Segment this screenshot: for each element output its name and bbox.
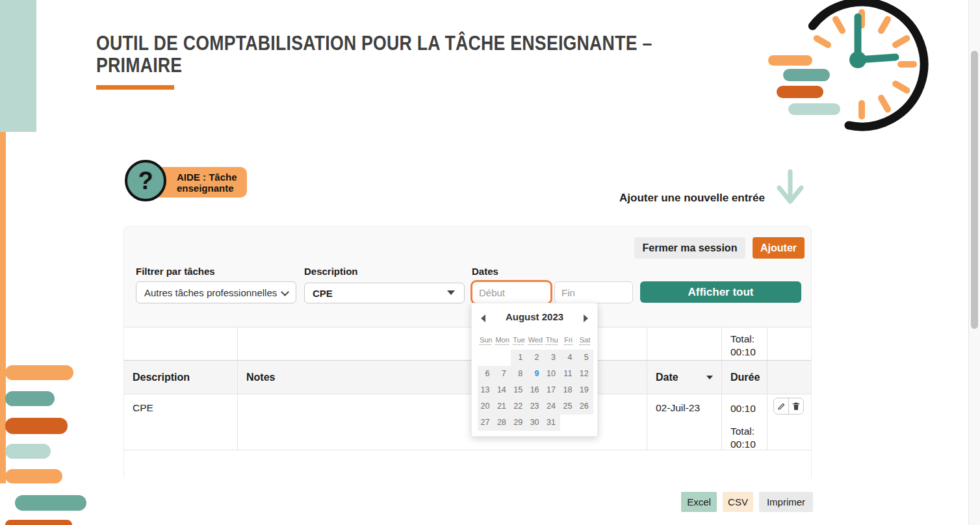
dates-label: Dates — [472, 266, 498, 277]
next-month-icon[interactable] — [584, 314, 588, 322]
calendar-day-4[interactable]: 4 — [560, 350, 576, 366]
print-button[interactable]: Imprimer — [759, 492, 813, 512]
delete-button[interactable] — [788, 398, 804, 415]
column-header-description: Description — [124, 361, 238, 394]
calendar-day-9[interactable]: 9 — [527, 366, 543, 382]
calendar-day-22[interactable]: 22 — [511, 398, 527, 415]
add-entry-hint: Ajouter une nouvelle entrée — [619, 192, 765, 205]
calendar-day-10[interactable]: 10 — [544, 366, 560, 382]
calendar-day-24[interactable]: 24 — [544, 398, 560, 415]
calendar-day-header: Wed — [527, 336, 543, 344]
calendar-day-1[interactable]: 1 — [511, 350, 527, 366]
calendar-day-18[interactable]: 18 — [560, 382, 576, 398]
calendar-day-19[interactable]: 19 — [576, 382, 593, 398]
sort-desc-icon — [706, 376, 713, 379]
table-total-cell: Total: 00:10 — [722, 327, 767, 360]
calendar-grid: 1234567891011121314151617181920212223242… — [478, 350, 593, 431]
calendar-day-13[interactable]: 13 — [478, 382, 494, 398]
calendar-empty-cell — [576, 415, 593, 431]
calendar-day-6[interactable]: 6 — [478, 366, 494, 382]
entries-table: Total: 00:10 Description Notes Date Duré… — [124, 327, 811, 483]
total-label: Total: — [730, 333, 758, 346]
close-session-button[interactable]: Fermer ma session — [634, 237, 745, 259]
calendar-day-23[interactable]: 23 — [527, 398, 543, 415]
calendar-day-headers: SunMonTueWedThuFriSat — [478, 336, 593, 344]
calendar-day-29[interactable]: 29 — [511, 415, 527, 431]
calendar-day-5[interactable]: 5 — [576, 350, 593, 366]
calendar-day-header: Mon — [494, 336, 510, 344]
description-label: Description — [304, 266, 358, 277]
calendar-empty-cell — [560, 415, 576, 431]
calendar-day-2[interactable]: 2 — [527, 350, 543, 366]
calendar-day-16[interactable]: 16 — [527, 382, 543, 398]
start-date-input[interactable] — [471, 280, 552, 305]
table-row: CPE 02-Juil-23 00:10 Total: 00:10 — [124, 394, 811, 450]
row-actions — [773, 398, 806, 415]
page-title: OUTIL DE COMPTABILISATION POUR LA TÂCHE … — [96, 32, 711, 77]
decorative-bar — [5, 391, 55, 406]
decorative-bar — [5, 520, 72, 525]
row-duration-value: 00:10 — [730, 402, 758, 415]
calendar-day-7[interactable]: 7 — [494, 366, 510, 382]
decorative-orange-strip — [0, 132, 6, 483]
decorative-teal-rect — [0, 0, 36, 132]
decorative-bar — [5, 418, 68, 434]
entry-card: Fermer ma session Ajouter Filtrer par tâ… — [123, 226, 812, 482]
add-button-top[interactable]: Ajouter — [753, 237, 805, 259]
calendar-day-header: Sun — [478, 336, 494, 344]
calendar-day-header: Sat — [576, 336, 593, 344]
calendar-day-17[interactable]: 17 — [544, 382, 560, 398]
decorative-bar — [15, 495, 86, 511]
question-mark-glyph: ? — [138, 167, 153, 195]
clock-illustration — [760, 0, 949, 136]
help-badge-line2: enseignante — [177, 183, 237, 194]
calendar-day-31[interactable]: 31 — [544, 415, 560, 431]
decorative-bar — [5, 469, 62, 483]
row-total-value: 00:10 — [730, 438, 758, 451]
row-duration: 00:10 Total: 00:10 — [722, 394, 767, 450]
filter-tasks-label: Filtrer par tâches — [136, 266, 215, 277]
calendar-day-15[interactable]: 15 — [511, 382, 527, 398]
calendar-day-25[interactable]: 25 — [560, 398, 576, 415]
calendar-day-27[interactable]: 27 — [478, 415, 494, 431]
down-arrow-icon — [776, 169, 805, 211]
datepicker-popup: August 2023 SunMonTueWedThuFriSat 123456… — [471, 303, 598, 437]
description-select-value: CPE — [313, 288, 333, 299]
question-mark-icon[interactable]: ? — [125, 160, 166, 201]
calendar-day-11[interactable]: 11 — [560, 366, 576, 382]
title-underline — [96, 85, 174, 90]
calendar-day-8[interactable]: 8 — [511, 366, 527, 382]
decorative-bar — [5, 444, 51, 459]
page-title-line1: OUTIL DE COMPTABILISATION POUR LA TÂCHE … — [96, 32, 711, 55]
calendar-year: 2023 — [542, 311, 563, 322]
total-value: 00:10 — [730, 346, 758, 359]
column-header-date[interactable]: Date — [647, 361, 722, 394]
row-date: 02-Juil-23 — [647, 394, 722, 450]
calendar-day-28[interactable]: 28 — [494, 415, 510, 431]
row-total-label: Total: — [730, 425, 758, 438]
export-excel-button[interactable]: Excel — [681, 492, 717, 512]
calendar-day-header: Tue — [511, 336, 527, 344]
calendar-empty-cell — [478, 350, 494, 366]
calendar-day-3[interactable]: 3 — [544, 350, 560, 366]
calendar-day-30[interactable]: 30 — [527, 415, 543, 431]
show-all-button[interactable]: Afficher tout — [640, 281, 801, 303]
calendar-day-12[interactable]: 12 — [576, 366, 593, 382]
calendar-month: August — [506, 311, 539, 322]
calendar-day-header: Fri — [560, 336, 576, 344]
scrollbar-track[interactable] — [968, 0, 980, 525]
column-header-duration: Durée — [722, 361, 767, 394]
table-header-row: Description Notes Date Durée — [124, 360, 811, 394]
scrollbar-thumb[interactable] — [971, 51, 978, 329]
table-footer-row: Ajouter — [124, 450, 811, 483]
table-total-row: Total: 00:10 — [124, 327, 811, 360]
edit-button[interactable] — [773, 398, 789, 415]
export-csv-button[interactable]: CSV — [723, 492, 753, 512]
end-date-input[interactable] — [554, 281, 633, 303]
description-select[interactable]: CPE — [304, 283, 465, 303]
calendar-day-14[interactable]: 14 — [494, 382, 510, 398]
calendar-day-21[interactable]: 21 — [494, 398, 510, 415]
filter-tasks-select[interactable]: Autres tâches professionnelles — [136, 281, 296, 303]
calendar-day-26[interactable]: 26 — [576, 398, 593, 415]
calendar-day-20[interactable]: 20 — [478, 398, 494, 415]
